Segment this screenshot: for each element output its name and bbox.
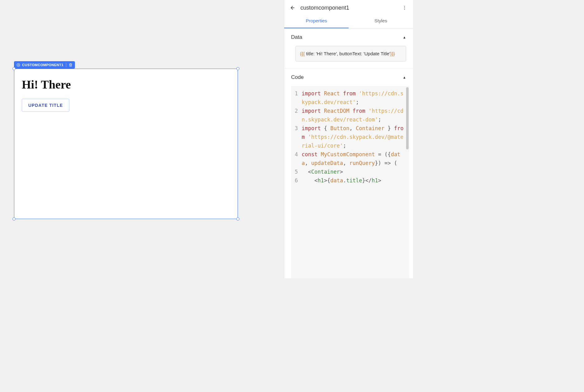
data-body: title: 'Hi! There', buttonText: 'Update … [305, 51, 390, 56]
svg-point-2 [404, 6, 405, 7]
selection-label: CUSTOMCOMPONENT1 [22, 63, 63, 67]
data-expression-input[interactable]: {{{ title: 'Hi! There', buttonText: 'Upd… [295, 46, 406, 62]
section-code: Code ▲ 1 import React from 'https://cdn.… [284, 69, 413, 278]
section-code-header[interactable]: Code ▲ [284, 69, 413, 84]
component-title: Hi! There [22, 78, 230, 91]
section-data-title: Data [291, 34, 302, 40]
code-line: 1 import React from 'https://cdn.skypack… [291, 89, 409, 107]
data-close-braces: }}} [390, 51, 395, 56]
back-icon[interactable] [289, 4, 296, 11]
svg-point-4 [404, 9, 405, 10]
inspector-panel: customcomponent1 Properties Styles Data … [284, 0, 413, 278]
update-title-button[interactable]: UPDATE TITLE [22, 99, 69, 112]
more-icon[interactable] [401, 4, 408, 11]
selection-tag: CUSTOMCOMPONENT1 [14, 61, 75, 69]
trash-icon[interactable] [69, 63, 72, 67]
code-line: 5 <Container> [291, 167, 409, 176]
svg-point-0 [18, 65, 19, 66]
gear-icon[interactable] [16, 63, 20, 67]
chevron-up-icon: ▲ [403, 75, 406, 79]
chevron-up-icon: ▲ [403, 35, 406, 39]
tab-properties[interactable]: Properties [284, 14, 349, 28]
section-code-title: Code [291, 74, 304, 80]
selection-divider [66, 63, 66, 67]
code-line: 6 <h1>{data.title}</h1> [291, 176, 409, 185]
code-line: 2 import ReactDOM from 'https://cdn.skyp… [291, 107, 409, 124]
svg-point-3 [404, 7, 405, 8]
scrollbar[interactable] [406, 87, 409, 149]
panel-tabs: Properties Styles [284, 14, 413, 29]
code-line: 3 import { Button, Container } from 'htt… [291, 124, 409, 150]
section-data: Data ▲ {{{ title: 'Hi! There', buttonTex… [284, 29, 413, 69]
panel-title: customcomponent1 [300, 5, 401, 11]
component-inner: Hi! There UPDATE TITLE [14, 69, 238, 121]
resize-handle-bl[interactable] [12, 217, 16, 221]
section-data-header[interactable]: Data ▲ [284, 29, 413, 44]
canvas[interactable]: CUSTOMCOMPONENT1 Hi! There UPDATE TITLE [0, 0, 284, 278]
data-open-braces: {{{ [300, 51, 305, 56]
code-line: 4 const MyCustomComponent = ({data, upda… [291, 150, 409, 167]
code-editor[interactable]: 1 import React from 'https://cdn.skypack… [291, 86, 409, 278]
resize-handle-tr[interactable] [236, 67, 239, 70]
resize-handle-tl[interactable] [12, 67, 16, 70]
tab-styles[interactable]: Styles [349, 14, 413, 28]
resize-handle-br[interactable] [236, 217, 239, 221]
custom-component-frame[interactable]: Hi! There UPDATE TITLE [14, 69, 238, 219]
panel-header: customcomponent1 [284, 0, 413, 14]
